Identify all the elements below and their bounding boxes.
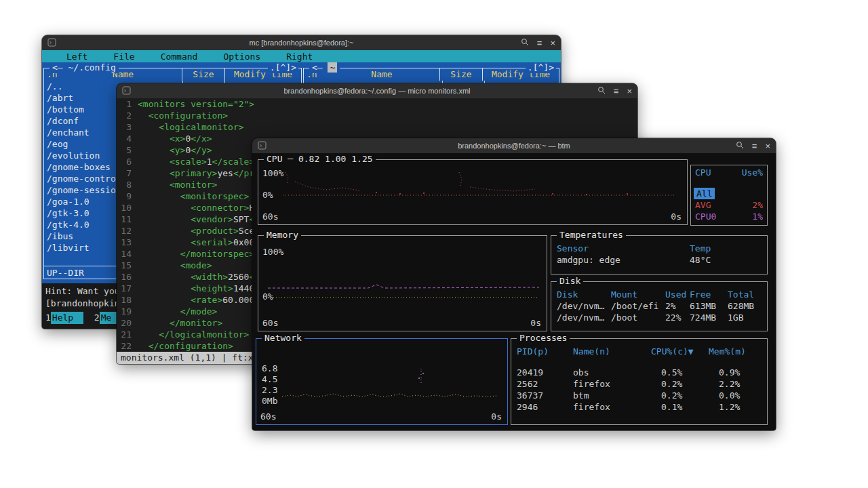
fkey-number: 1: [45, 312, 51, 324]
line-number: 5: [117, 144, 132, 156]
left-panel-corner[interactable]: .[^]>: [268, 62, 298, 73]
cpu-widget[interactable]: CPU ─ 0.82 1.00 1.25 100% 0% 60s 0s: [258, 159, 688, 225]
line-number: 16: [117, 271, 132, 283]
processes-widget[interactable]: Processes PID(p)Name(n)CPU%(c)▼Mem%(m) 2…: [511, 338, 768, 425]
right-panel-corner[interactable]: .[^]>: [526, 62, 556, 73]
temperatures-header: Sensor Temp: [551, 243, 767, 254]
network-widget[interactable]: Network 6.84.52.30Mb 60s 0s: [256, 338, 508, 425]
micro-titlebar[interactable]: brandonhopkins@fedora:~/.config — micro …: [117, 83, 637, 98]
menu-icon[interactable]: ≡: [752, 142, 757, 150]
column-size[interactable]: Size: [439, 68, 482, 81]
axis-label: 60s: [260, 411, 276, 422]
fkey-button[interactable]: Help: [51, 312, 83, 324]
disk-title: Disk: [557, 276, 583, 287]
column-header[interactable]: Disk: [557, 289, 611, 300]
cpu-graph: [261, 167, 682, 208]
cpu-legend-row[interactable]: CPU01%: [691, 211, 767, 222]
window-title: brandonhopkins@fedora:~ — btm: [252, 138, 776, 153]
btm-titlebar[interactable]: brandonhopkins@fedora:~ — btm ≡ ×: [252, 138, 776, 153]
fkey-number: 2: [94, 312, 100, 324]
close-icon[interactable]: ×: [765, 142, 770, 150]
search-icon[interactable]: [597, 86, 606, 96]
btm-dashboard: CPU ─ 0.82 1.00 1.25 100% 0% 60s 0s CPU …: [252, 153, 776, 430]
window-title: brandonhopkins@fedora:~/.config — micro …: [117, 83, 637, 98]
axis-label: 60s: [262, 211, 278, 222]
disk-row[interactable]: /dev/nvm…/boot22%724MB1GB: [551, 312, 767, 323]
cpu-legend[interactable]: CPU Use% AllAVG2%CPU01%: [690, 165, 768, 226]
active-path: ~: [328, 62, 337, 73]
column-size[interactable]: Size: [182, 68, 224, 81]
disk-header: DiskMountUsedFreeTotal: [551, 289, 767, 300]
disk-widget[interactable]: Disk DiskMountUsedFreeTotal /dev/nvm…/bo…: [551, 281, 768, 331]
line-number: 8: [117, 179, 132, 190]
column-header[interactable]: Name(n): [573, 346, 651, 357]
line-number: 9: [117, 190, 132, 202]
line-number: 22: [117, 340, 132, 352]
line-number: 12: [117, 225, 132, 237]
cpu-legend-row[interactable]: All: [691, 188, 767, 199]
search-icon[interactable]: [521, 38, 529, 47]
code-line[interactable]: 3 <logicalmonitor>: [117, 121, 637, 133]
process-row[interactable]: 20419obs0.5%0.9%: [511, 367, 767, 378]
line-number: 14: [117, 248, 132, 260]
menu-item-left[interactable]: Left: [66, 52, 87, 62]
menu-icon[interactable]: ≡: [537, 39, 542, 47]
process-row[interactable]: 2562firefox0.2%2.2%: [511, 378, 767, 390]
column-header[interactable]: Free: [690, 289, 728, 300]
temperatures-widget[interactable]: Temperatures Sensor Temp amdgpu: edge48°…: [551, 235, 768, 274]
btm-window: brandonhopkins@fedora:~ — btm ≡ × CPU ─ …: [252, 138, 776, 430]
axis-label: 0s: [671, 211, 682, 222]
menu-item-command[interactable]: Command: [161, 52, 198, 62]
axis-label: 0s: [530, 318, 541, 328]
menu-item-file[interactable]: File: [113, 52, 134, 62]
search-icon[interactable]: [736, 141, 744, 150]
line-number: 7: [117, 167, 132, 179]
memory-widget[interactable]: Memory 100% 0% 60s 0s: [258, 235, 547, 331]
temperature-row[interactable]: amdgpu: edge48°C: [551, 254, 767, 266]
column-header[interactable]: PID(p): [517, 346, 573, 357]
line-number: 13: [117, 237, 132, 248]
column-name[interactable]: Name: [324, 68, 439, 81]
close-icon[interactable]: ×: [627, 87, 632, 96]
line-number: 19: [117, 306, 132, 317]
column-header[interactable]: Used: [665, 289, 690, 300]
cpu-legend-row[interactable]: AVG2%: [691, 199, 767, 211]
menu-icon[interactable]: ≡: [614, 87, 619, 96]
process-row[interactable]: 2946firefox0.1%1.2%: [511, 401, 767, 413]
line-number: 3: [117, 121, 132, 133]
processes-title: Processes: [517, 333, 570, 344]
column-header[interactable]: CPU%(c)▼: [651, 346, 709, 357]
menu-item-right[interactable]: Right: [286, 52, 313, 62]
code-line[interactable]: 1<monitors version="2">: [117, 98, 637, 110]
column-header[interactable]: Total: [728, 289, 762, 300]
right-panel-path[interactable]: <— ~: [309, 62, 340, 73]
temperatures-title: Temperatures: [557, 230, 626, 241]
close-icon[interactable]: ×: [550, 39, 555, 47]
mc-titlebar[interactable]: mc [brandonhopkins@fedora]:~ ≡ ×: [42, 35, 561, 50]
processes-header: PID(p)Name(n)CPU%(c)▼Mem%(m): [511, 346, 767, 357]
process-rows: 20419obs0.5%0.9%2562firefox0.2%2.2%36737…: [511, 367, 767, 413]
memory-title: Memory: [264, 230, 301, 241]
right-panel-columns: .n Name Size Modify time: [304, 68, 559, 81]
code-line[interactable]: 2 <configuration>: [117, 110, 637, 121]
axis-label: 60s: [262, 318, 278, 328]
network-graph: [259, 343, 502, 405]
line-number: 10: [117, 202, 132, 214]
line-number: 18: [117, 294, 132, 306]
menu-item-options[interactable]: Options: [223, 52, 260, 62]
mini-status: UP--DIR: [47, 267, 84, 279]
process-row[interactable]: 36737btm0.2%0.0%: [511, 390, 767, 401]
axis-label: 0s: [491, 411, 502, 422]
line-number: 17: [117, 283, 132, 294]
column-header[interactable]: Mem%(m): [709, 346, 762, 357]
disk-row[interactable]: /dev/nvm…/boot/efi2%613MB628MB: [551, 300, 767, 312]
cpu-title: CPU ─ 0.82 1.00 1.25: [264, 154, 376, 165]
memory-graph: [261, 243, 544, 313]
mc-menubar: LeftFileCommandOptionsRight: [42, 50, 561, 62]
line-number: 4: [117, 133, 132, 144]
line-number: 15: [117, 260, 132, 271]
left-panel-path[interactable]: <— ~/.config: [50, 62, 119, 73]
column-header[interactable]: Mount: [611, 289, 665, 300]
line-number: 2: [117, 110, 132, 121]
disk-rows: /dev/nvm…/boot/efi2%613MB628MB/dev/nvm…/…: [551, 300, 767, 323]
